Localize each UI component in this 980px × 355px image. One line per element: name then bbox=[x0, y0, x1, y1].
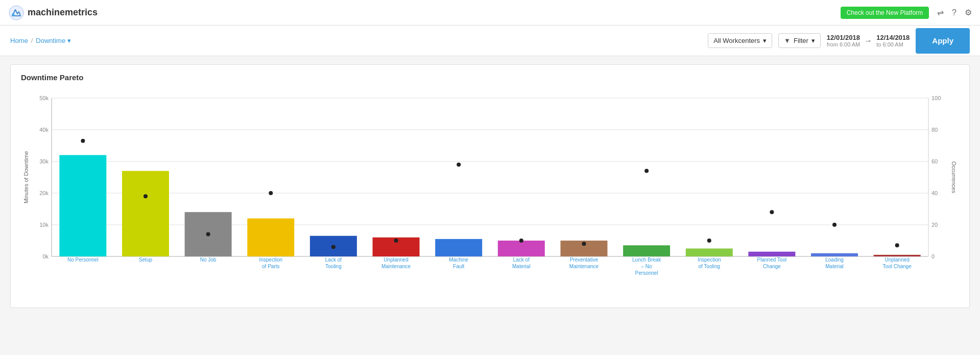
bar-label-5[interactable]: UnplannedMaintenance bbox=[381, 257, 411, 269]
bar-label-13[interactable]: UnplannedTool Change bbox=[883, 257, 912, 269]
bar-label-2[interactable]: No Job bbox=[200, 257, 217, 263]
dot-13 bbox=[895, 243, 899, 247]
help-icon[interactable]: ? bbox=[952, 8, 957, 17]
dot-5 bbox=[394, 239, 398, 243]
bar-3[interactable] bbox=[247, 219, 294, 256]
bar-6[interactable] bbox=[435, 239, 482, 256]
filter-button[interactable]: ▼ Filter ▾ bbox=[778, 33, 821, 48]
svg-text:40: 40 bbox=[931, 190, 938, 196]
bar-label-9[interactable]: Lunch Break– NoPersonnel bbox=[632, 257, 661, 276]
bar-label-10[interactable]: Inspectionof Tooling bbox=[698, 257, 721, 269]
dot-4 bbox=[331, 245, 336, 249]
dot-9 bbox=[644, 169, 649, 173]
chart-card: Downtime Pareto 0k010k2020k4030k6040k805… bbox=[10, 64, 970, 308]
date-arrow-icon: → bbox=[864, 36, 872, 45]
settings-icon[interactable]: ⚙ bbox=[965, 8, 972, 17]
dot-12 bbox=[832, 223, 836, 227]
bar-13[interactable] bbox=[874, 255, 921, 256]
svg-text:40k: 40k bbox=[39, 127, 49, 133]
filterbar: Home / Downtime ▾ All Workcenters ▾ ▼ Fi… bbox=[0, 26, 980, 56]
pareto-svg: 0k010k2020k4030k6040k8050k100Minutes of … bbox=[21, 88, 959, 302]
bar-9[interactable] bbox=[623, 245, 670, 256]
dot-10 bbox=[707, 239, 711, 243]
chevron-down-icon: ▾ bbox=[67, 37, 71, 44]
logo-icon bbox=[8, 5, 25, 21]
svg-text:0: 0 bbox=[931, 253, 935, 259]
chart-title: Downtime Pareto bbox=[21, 73, 959, 82]
svg-text:20: 20 bbox=[931, 222, 938, 228]
svg-text:60: 60 bbox=[931, 158, 938, 164]
bar-label-1[interactable]: Setup bbox=[139, 257, 153, 263]
shuffle-icon[interactable]: ⇌ bbox=[937, 8, 944, 17]
bar-1[interactable] bbox=[122, 171, 169, 256]
dot-3 bbox=[269, 191, 273, 195]
bar-label-0[interactable]: No Personnel bbox=[67, 257, 99, 263]
logo-text: machinemetrics bbox=[28, 7, 98, 18]
svg-text:80: 80 bbox=[931, 127, 938, 133]
svg-text:0k: 0k bbox=[42, 253, 49, 259]
breadcrumb-separator: / bbox=[31, 37, 33, 44]
downtime-breadcrumb[interactable]: Downtime ▾ bbox=[36, 37, 71, 44]
workcenter-chevron-icon: ▾ bbox=[763, 37, 767, 44]
bar-12[interactable] bbox=[811, 253, 858, 256]
svg-text:50k: 50k bbox=[39, 95, 49, 101]
dot-8 bbox=[582, 242, 586, 246]
new-platform-button[interactable]: Check out the New Platform bbox=[841, 7, 929, 19]
filter-icon: ▼ bbox=[784, 37, 791, 44]
bar-label-6[interactable]: MachineFault bbox=[449, 257, 468, 269]
bar-label-4[interactable]: Lack ofTooling bbox=[325, 257, 342, 269]
svg-text:Minutes of Downtime: Minutes of Downtime bbox=[23, 151, 29, 204]
dot-0 bbox=[81, 139, 85, 143]
bar-label-3[interactable]: Inspectionof Parts bbox=[259, 257, 282, 269]
date-to[interactable]: 12/14/2018 to 6:00 AM bbox=[876, 34, 910, 48]
bar-label-11[interactable]: Planned ToolChange bbox=[757, 257, 787, 269]
svg-text:30k: 30k bbox=[39, 158, 49, 164]
filter-chevron-icon: ▾ bbox=[811, 37, 815, 44]
navbar-left: machinemetrics bbox=[8, 5, 98, 21]
bar-label-12[interactable]: LoadingMaterial bbox=[825, 257, 844, 269]
svg-text:Occurrences: Occurrences bbox=[951, 161, 957, 194]
date-range: 12/01/2018 from 6:00 AM → 12/14/2018 to … bbox=[827, 34, 910, 48]
bar-label-7[interactable]: Lack ofMaterial bbox=[512, 257, 531, 269]
svg-text:20k: 20k bbox=[39, 190, 49, 196]
dot-2 bbox=[206, 232, 210, 236]
logo: machinemetrics bbox=[8, 5, 98, 21]
bar-label-8[interactable]: PreventativeMaintenance bbox=[569, 257, 599, 269]
navbar: machinemetrics Check out the New Platfor… bbox=[0, 0, 980, 26]
svg-point-1 bbox=[12, 13, 15, 16]
chart-area: 0k010k2020k4030k6040k8050k100Minutes of … bbox=[21, 88, 959, 302]
bar-11[interactable] bbox=[748, 252, 795, 256]
breadcrumb: Home / Downtime ▾ bbox=[10, 37, 71, 44]
svg-text:10k: 10k bbox=[39, 222, 49, 228]
date-from[interactable]: 12/01/2018 from 6:00 AM bbox=[827, 34, 860, 48]
dot-11 bbox=[770, 210, 774, 214]
main-content: Downtime Pareto 0k010k2020k4030k6040k805… bbox=[0, 56, 980, 316]
navbar-right: Check out the New Platform ⇌ ? ⚙ bbox=[841, 7, 972, 19]
bar-0[interactable] bbox=[59, 155, 106, 256]
dot-7 bbox=[519, 239, 523, 243]
svg-text:100: 100 bbox=[931, 95, 941, 101]
home-link[interactable]: Home bbox=[10, 37, 28, 44]
bar-7[interactable] bbox=[498, 241, 545, 256]
dot-6 bbox=[457, 162, 461, 167]
apply-button[interactable]: Apply bbox=[916, 28, 970, 54]
bar-10[interactable] bbox=[686, 249, 733, 257]
dot-1 bbox=[144, 194, 148, 198]
workcenter-dropdown[interactable]: All Workcenters ▾ bbox=[708, 33, 772, 48]
